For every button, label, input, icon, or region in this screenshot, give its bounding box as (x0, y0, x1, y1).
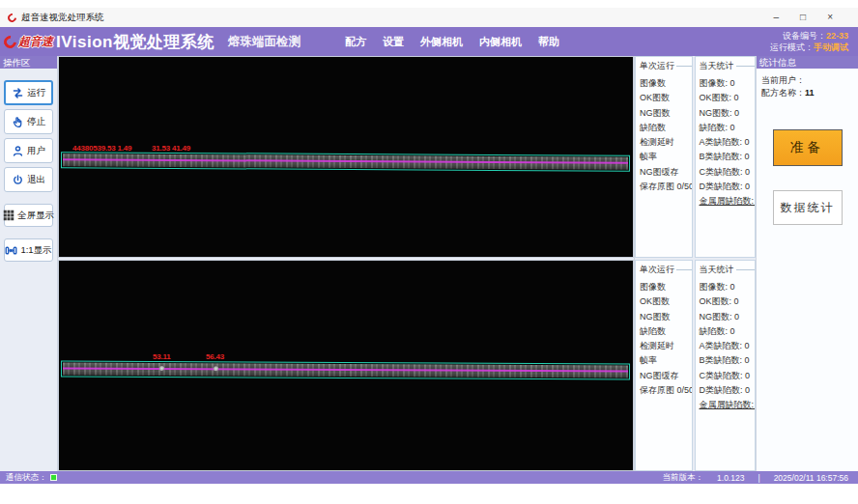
sidebar-caption: 操作区 (0, 56, 57, 69)
single-run-caption: 单次运行 (640, 264, 692, 276)
camera-viewports: 44380539.53 1.49 31.53 41.49 53.11 56.43 (58, 56, 634, 471)
stat-row: 保存原图 0/500 (640, 180, 692, 194)
logo-swoosh-icon (1, 33, 18, 50)
stats-group-inner: 单次运行 图像数 OK图数 NG图数 缺陷数 检测延时 帧率 NG图缓存 保存原… (635, 260, 756, 471)
comm-status: 通信状态： (6, 472, 57, 484)
stat-row: C类缺陷数: 0 (700, 369, 755, 383)
stat-row: NG图数: 0 (700, 106, 755, 121)
stat-row: B类缺陷数: 0 (700, 150, 755, 164)
minimize-button[interactable]: – (774, 12, 780, 23)
sidebar-buttons: 运行 停止 用户 退出 (0, 69, 57, 262)
version-label: 当前版本： (663, 472, 704, 484)
stat-row: 保存原图 0/500 (640, 383, 692, 398)
single-run-groupbox: 单次运行 图像数 OK图数 NG图数 缺陷数 检测延时 帧率 NG图缓存 保存原… (635, 56, 693, 258)
detection-roi-outline (61, 152, 630, 172)
fullscreen-button[interactable]: 全屏显示 (4, 204, 53, 227)
run-mode-value: 手动调试 (814, 42, 848, 52)
stat-row: NG图数: 0 (700, 310, 755, 324)
user-icon (12, 145, 24, 157)
stat-row: 图像数: 0 (700, 76, 755, 91)
current-user-label: 当前用户： (761, 75, 805, 85)
outer-camera-viewport[interactable]: 44380539.53 1.49 31.53 41.49 (58, 56, 634, 258)
feature-dot (214, 366, 218, 371)
run-button[interactable]: 运行 (4, 80, 53, 105)
bead-strip-image (63, 362, 628, 378)
app-window: 超音速视觉处理系统 – □ × 超音速 IVision视觉处理系统 熔珠端面检测… (0, 0, 858, 504)
one-to-one-button-label: 1:1显示 (20, 244, 51, 257)
user-button-label: 用户 (27, 145, 45, 157)
stat-row: OK图数: 0 (700, 294, 755, 309)
stat-row: NG图缓存 (640, 369, 692, 383)
statistics-info-panel: 统计信息 当前用户： 配方名称：11 准备 数据统计 (756, 56, 858, 471)
today-stats-groupbox: 当天统计 图像数: 0 OK图数: 0 NG图数: 0 缺陷数: 0 A类缺陷数… (695, 56, 756, 258)
brand-logo: 超音速 (0, 34, 56, 50)
stat-row: 检测延时 (640, 339, 692, 353)
version-value: 1.0.123 (717, 473, 744, 483)
fullscreen-button-label: 全屏显示 (17, 210, 54, 222)
device-number-value: 22-33 (826, 31, 848, 41)
fullscreen-grid-icon (3, 210, 14, 221)
run-button-label: 运行 (27, 87, 45, 99)
stat-row: C类缺陷数: 0 (700, 165, 755, 180)
measurement-annotation: 31.53 41.49 (152, 144, 190, 153)
stats-group-outer: 单次运行 图像数 OK图数 NG图数 缺陷数 检测延时 帧率 NG图缓存 保存原… (635, 56, 756, 258)
detection-centerline-overlay (63, 158, 628, 164)
measurement-annotation: 53.11 (153, 352, 171, 361)
feature-dot (159, 366, 164, 371)
app-header: 超音速 IVision视觉处理系统 熔珠端面检测 配方 设置 外侧相机 内侧相机… (0, 27, 858, 56)
stop-button-label: 停止 (27, 116, 45, 128)
run-loop-icon (12, 87, 24, 99)
stat-row: OK图数 (640, 294, 692, 309)
device-info: 设备编号：22-33 运行模式：手动调试 (770, 30, 858, 53)
recipe-name-label: 配方名称： (761, 88, 805, 98)
window-controls: – □ × (774, 12, 850, 23)
bead-strip-image (63, 154, 628, 170)
user-button[interactable]: 用户 (4, 138, 53, 163)
maximize-button[interactable]: □ (800, 12, 806, 23)
close-button[interactable]: × (827, 12, 833, 23)
metal-debris-stat-link[interactable]: 金属屑缺陷数: 0 (700, 398, 755, 412)
exit-button[interactable]: 退出 (4, 167, 53, 192)
one-to-one-button[interactable]: 1:1显示 (4, 238, 53, 262)
single-run-groupbox: 单次运行 图像数 OK图数 NG图数 缺陷数 检测延时 帧率 NG图缓存 保存原… (635, 260, 693, 471)
prepare-button[interactable]: 准备 (773, 129, 843, 166)
stat-row: 检测延时 (640, 135, 692, 150)
app-subtitle: 熔珠端面检测 (228, 34, 300, 50)
one-to-one-icon (5, 244, 17, 257)
today-stats-caption: 当天统计 (700, 60, 755, 72)
stat-row: 缺陷数: 0 (700, 324, 755, 339)
operation-sidebar: 操作区 运行 停止 用户 (0, 56, 58, 471)
statistics-column: 单次运行 图像数 OK图数 NG图数 缺陷数 检测延时 帧率 NG图缓存 保存原… (634, 56, 756, 471)
menu-outer-camera[interactable]: 外侧相机 (420, 35, 463, 49)
stop-hand-icon (12, 116, 24, 128)
stat-row: A类缺陷数: 0 (700, 339, 755, 353)
stat-row: 缺陷数 (640, 121, 692, 135)
app-title: IVision视觉处理系统 (56, 31, 214, 53)
run-mode-label: 运行模式： (770, 42, 814, 52)
menu-help[interactable]: 帮助 (538, 35, 559, 49)
inner-camera-viewport[interactable]: 53.11 56.43 (58, 260, 634, 471)
power-icon (12, 174, 24, 186)
stat-row: A类缺陷数: 0 (700, 135, 755, 150)
menu-settings[interactable]: 设置 (383, 35, 404, 49)
stat-row: 帧率 (640, 353, 692, 368)
recipe-name-value: 11 (805, 88, 815, 98)
single-run-caption: 单次运行 (640, 60, 692, 72)
menu-inner-camera[interactable]: 内侧相机 (479, 35, 522, 49)
status-bar: 通信状态： 当前版本： 1.0.123 | 2025/02/11 16:57:5… (0, 471, 858, 484)
stat-row: D类缺陷数: 0 (700, 383, 755, 398)
menu-bar: 配方 设置 外侧相机 内侧相机 帮助 (345, 35, 559, 49)
measurement-annotation: 56.43 (206, 352, 224, 361)
main-area: 操作区 运行 停止 用户 (0, 56, 858, 471)
data-statistics-button[interactable]: 数据统计 (773, 190, 843, 225)
window-titlebar: 超音速视觉处理系统 – □ × (0, 8, 858, 27)
menu-recipe[interactable]: 配方 (345, 35, 366, 49)
stat-row: B类缺陷数: 0 (700, 353, 755, 368)
exit-button-label: 退出 (27, 174, 45, 186)
metal-debris-stat-link[interactable]: 金属屑缺陷数: 0 (700, 194, 755, 209)
stat-row: NG图数 (640, 310, 692, 324)
stop-button[interactable]: 停止 (4, 109, 53, 134)
info-rows: 当前用户： 配方名称：11 (757, 69, 858, 99)
stat-row: 图像数: 0 (700, 280, 755, 294)
datetime-value: 2025/02/11 16:57:56 (774, 473, 848, 483)
